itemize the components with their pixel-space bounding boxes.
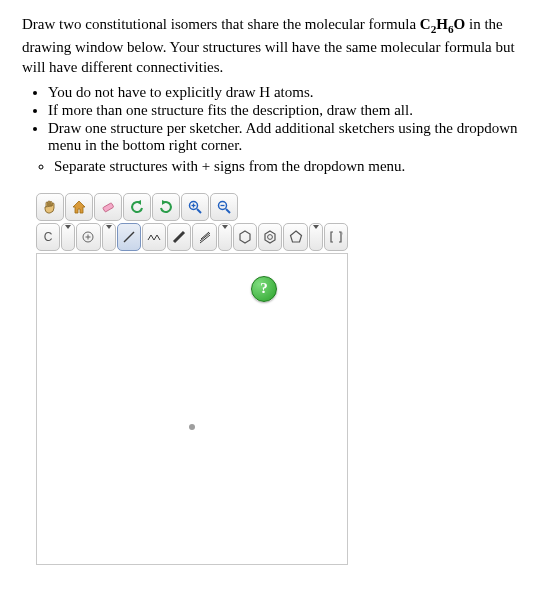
charge-plus-icon <box>81 230 95 244</box>
redo-icon <box>158 199 174 215</box>
svg-marker-16 <box>240 231 250 243</box>
bond-solid-button[interactable] <box>167 223 191 251</box>
drawing-canvas[interactable]: ? <box>36 253 348 565</box>
svg-marker-19 <box>290 231 301 242</box>
zoom-out-button[interactable] <box>210 193 238 221</box>
svg-line-6 <box>226 209 230 213</box>
chevron-down-icon <box>222 229 228 244</box>
zoom-in-icon <box>187 199 203 215</box>
pentagon-icon <box>288 229 304 245</box>
chevron-down-icon <box>106 229 112 244</box>
zoom-in-button[interactable] <box>181 193 209 221</box>
svg-line-15 <box>201 232 209 239</box>
molecule-sketcher: C <box>36 193 348 565</box>
formula: C2H6O <box>420 16 465 32</box>
question-prompt: Draw two constitutional isomers that sha… <box>22 14 518 78</box>
svg-line-11 <box>124 232 134 242</box>
pan-hand-icon <box>42 199 58 215</box>
bond-triple-icon <box>197 229 213 245</box>
instruction-item: If more than one structure fits the desc… <box>48 102 518 119</box>
toolbar-row-2: C <box>36 223 348 251</box>
bond-chain-button[interactable] <box>142 223 166 251</box>
eraser-icon <box>100 199 116 215</box>
bracket-button[interactable]: + <box>324 223 348 251</box>
chevron-down-icon <box>313 229 319 244</box>
pan-button[interactable] <box>36 193 64 221</box>
bond-single-icon <box>121 229 137 245</box>
ring-dropdown[interactable] <box>309 223 323 251</box>
atom-button[interactable]: C <box>36 223 60 251</box>
ring-benzene-button[interactable] <box>258 223 282 251</box>
home-icon <box>71 199 87 215</box>
svg-line-13 <box>200 233 210 241</box>
instruction-sublist: Separate structures with + signs from th… <box>54 158 518 175</box>
redo-button[interactable] <box>152 193 180 221</box>
charge-button[interactable] <box>76 223 100 251</box>
bond-double-icon <box>171 229 187 245</box>
undo-button[interactable] <box>123 193 151 221</box>
benzene-icon <box>262 229 278 245</box>
hexagon-icon <box>237 229 253 245</box>
ring-pentagon-button[interactable] <box>283 223 307 251</box>
undo-icon <box>129 199 145 215</box>
instruction-subitem: Separate structures with + signs from th… <box>54 158 518 175</box>
instruction-list: You do not have to explicitly draw H ato… <box>48 84 518 154</box>
home-button[interactable] <box>65 193 93 221</box>
bond-tool-icon <box>146 229 162 245</box>
svg-rect-0 <box>103 202 114 211</box>
toolbar-row-1 <box>36 193 348 221</box>
bracket-icon: + <box>328 229 344 245</box>
canvas-start-atom[interactable] <box>189 424 195 430</box>
svg-text:+: + <box>341 231 344 236</box>
instruction-item: Draw one structure per sketcher. Add add… <box>48 120 518 154</box>
svg-marker-17 <box>265 231 275 243</box>
instruction-item: You do not have to explicitly draw H ato… <box>48 84 518 101</box>
zoom-out-icon <box>216 199 232 215</box>
charge-dropdown[interactable] <box>102 223 116 251</box>
bond-dropdown[interactable] <box>218 223 232 251</box>
bond-wedge-button[interactable] <box>192 223 216 251</box>
bond-single-button[interactable] <box>117 223 141 251</box>
atom-label: C <box>44 230 53 244</box>
svg-line-12 <box>174 232 184 242</box>
chevron-down-icon <box>65 229 71 244</box>
ring-hexagon-button[interactable] <box>233 223 257 251</box>
atom-dropdown[interactable] <box>61 223 75 251</box>
svg-line-2 <box>197 209 201 213</box>
help-button[interactable]: ? <box>251 276 277 302</box>
help-icon: ? <box>260 280 268 297</box>
eraser-button[interactable] <box>94 193 122 221</box>
svg-point-18 <box>268 234 273 239</box>
prompt-pre: Draw two constitutional isomers that sha… <box>22 16 420 32</box>
